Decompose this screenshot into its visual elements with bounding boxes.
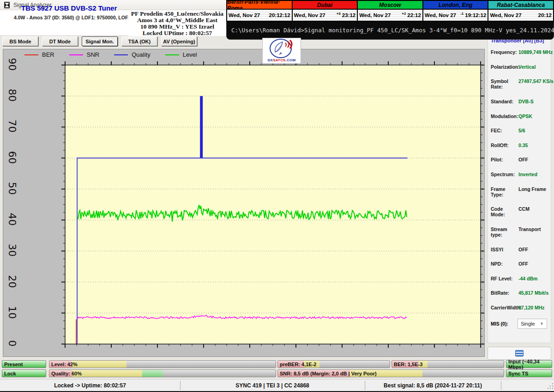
signal-chart: BERSNRQualityLevel 0102030405060708090 [3, 49, 485, 357]
transponder-row: Stream type:Transport [491, 226, 549, 238]
transponder-row: RollOff:0.35 [491, 143, 549, 148]
bar-snr: SNR: 8,5 dB (Margin: 2,0 dB | Very Poor) [277, 369, 504, 377]
status-best-signal: Best signal: 8,5 dB (2024-11-27 20:11) [365, 380, 501, 392]
bar-label: BER: 1,5E-3 [394, 361, 422, 368]
site-line-3: 10 890 MHz_V : YES Izrael [128, 24, 226, 30]
bar-segment [72, 370, 142, 377]
bar-label: SNR: 8,5 dB (Margin: 2,0 dB | Very Poor) [280, 370, 377, 377]
y-tick-label: 50 [6, 181, 18, 195]
bar-ber: BER: 1,5E-3 [391, 360, 504, 368]
terminal-prompt-line: C:\Users\Roman Dávid>Signal monitoring_P… [227, 27, 554, 34]
y-tick-label: 70 [6, 119, 18, 133]
badge-input-40-34-mbps-: Input (~40,34 Mbps) [506, 360, 552, 368]
logo-text: DXSATCS.COM [268, 59, 296, 62]
transponder-panel: Transponder [A0] [B3] Frequency:10889,74… [488, 36, 551, 343]
chart-svg [3, 49, 484, 356]
clock-cell: DubaiWed, Nov 27+323:12 [293, 1, 358, 21]
transponder-row: Polarization:Vertical [491, 64, 549, 70]
site-line-4: Locked UPtime : 80:02:57 [128, 30, 226, 36]
tab-tsa-ok-[interactable]: TSA (OK) [121, 36, 157, 46]
mis-row: MIS (0): Single ▼ [491, 319, 549, 329]
bar-label: Quality: 60% [51, 370, 82, 377]
mode-tabs: BS ModeDT ModeSignal Mon.TSA (OK)AV (Ope… [2, 36, 197, 47]
status-sync-counters: SYNC 419 | TEI 3 | CC 24868 [180, 380, 365, 392]
clock-datetime: Wed, Nov 27+222:12 [358, 10, 422, 21]
clock-city: Berlin-Paris-Vienna-Roma [227, 1, 292, 10]
site-header: PF Prodelin 450_Lučenec/Slovakia Amos 3 … [128, 10, 226, 36]
status-divider [365, 381, 365, 390]
tuner-name: TBS 5927 USB DVB-S2 Tuner [21, 4, 117, 12]
transponder-row: Modulation:QPSK [491, 113, 549, 119]
dxsatcs-logo: DXSATCS.COM [262, 38, 301, 64]
clock-cell: MoscowWed, Nov 27+222:12 [358, 1, 423, 21]
bar-segment [142, 370, 163, 377]
tab-av-opening-[interactable]: AV (Opening) [161, 36, 197, 46]
terminal-window[interactable]: C:\Users\Roman Dávid>Signal monitoring_P… [226, 21, 554, 40]
y-tick-label: 40 [6, 213, 18, 226]
status-divider [180, 381, 181, 390]
transponder-row: ISSYIOFF [491, 247, 549, 252]
satellite-dish-icon [269, 38, 295, 59]
status-bar: Locked -> Uptime: 80:02:57 SYNC 419 | TE… [0, 379, 554, 391]
bar-segment [72, 361, 126, 368]
mis-label: MIS (0): [491, 321, 518, 327]
site-line-2: Amos 3 at 4,0°W_Middle East [128, 17, 226, 24]
badge-sync-ts: Sync TS [506, 369, 552, 377]
clock-cell: Berlin-Paris-Vienna-RomaWed, Nov 2720:12… [227, 1, 293, 21]
y-tick-label: 30 [6, 244, 18, 257]
clock-city: Moscow [358, 1, 422, 10]
transponder-row: Standard:DVB-S [491, 99, 549, 104]
bar-label: Level: 42% [51, 361, 78, 368]
bar-quality: Quality: 60% [49, 369, 276, 377]
y-tick-label: 60 [6, 150, 18, 164]
transponder-row: Pilot:OFF [491, 157, 549, 162]
clock-datetime: Wed, Nov 2720:12 [488, 10, 553, 21]
badge-lock: Lock [2, 369, 46, 377]
world-clocks: Berlin-Paris-Vienna-RomaWed, Nov 2720:12… [226, 0, 554, 22]
clock-datetime: Wed, Nov 27+323:12 [293, 10, 357, 21]
clock-city: Rabat-Casablanca [488, 1, 553, 10]
bar-level: Level: 42% [49, 360, 276, 368]
transponder-row: NPD:OFF [491, 261, 549, 267]
y-tick-label: 0 [6, 337, 18, 350]
transponder-row: Code Mode:CCM [491, 206, 549, 217]
clock-datetime: Wed, Nov 27-119:12:12 [423, 10, 488, 21]
transponder-rows: Frequency:10889,749 MHzPolarization:Vert… [491, 49, 549, 310]
y-tick-label: 10 [6, 305, 18, 319]
status-divider [501, 381, 501, 390]
transponder-row: Frame Type:Long Frame [491, 186, 549, 197]
app-icon [4, 2, 10, 8]
clock-datetime: Wed, Nov 2720:12:12 [227, 10, 292, 21]
clock-cell: Rabat-CasablancaWed, Nov 2720:12 [488, 1, 553, 21]
clock-city: London, Eng [423, 1, 488, 10]
bar-preber: preBER: 4,1E-2 [277, 360, 390, 368]
tab-bs-mode[interactable]: BS Mode [2, 36, 38, 46]
tab-signal-mon-[interactable]: Signal Mon. [82, 36, 118, 46]
status-locked-uptime: Locked -> Uptime: 80:02:57 [0, 380, 180, 392]
transponder-row: Symbol Rate:27497,547 KS/s [491, 78, 549, 89]
bar-label: preBER: 4,1E-2 [280, 361, 316, 368]
record-button[interactable] [488, 347, 551, 360]
transponder-row: Frequency:10889,749 MHz [491, 49, 549, 55]
transponder-row: Spectrum:Inverted [491, 172, 549, 177]
resize-grip[interactable] [547, 383, 553, 390]
y-tick-label: 90 [6, 58, 18, 71]
chevron-down-icon: ▼ [540, 321, 544, 326]
clock-city: Dubai [293, 1, 357, 10]
mis-dropdown[interactable]: Single ▼ [518, 319, 547, 329]
transponder-row: FEC:5/6 [491, 128, 549, 133]
transponder-row: BitRate:45,817 Mbit/s [491, 290, 549, 296]
transponder-row: CarrierWidth:37,120 MHz [491, 305, 549, 310]
tab-dt-mode[interactable]: DT Mode [42, 36, 78, 46]
clock-cell: London, EngWed, Nov 27-119:12:12 [423, 1, 489, 21]
badge-present: Present [2, 360, 46, 368]
mis-value: Single [521, 321, 535, 327]
site-line-1: PF Prodelin 450_Lučenec/Slovakia [128, 11, 226, 17]
y-tick-label: 20 [6, 274, 18, 288]
transponder-row: RF Level:-44 dBm [491, 276, 549, 281]
disk-icon [515, 350, 524, 356]
y-tick-label: 80 [6, 89, 18, 102]
